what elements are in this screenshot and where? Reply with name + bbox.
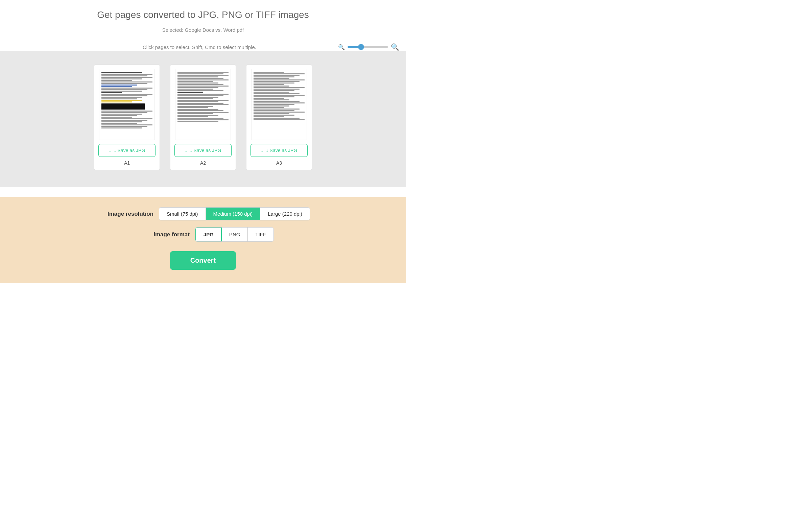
format-buttons: JPG PNG TIFF	[195, 227, 274, 242]
resolution-large-btn[interactable]: Large (220 dpi)	[260, 207, 310, 220]
page-label-a2: A2	[200, 160, 206, 166]
format-jpg-btn[interactable]: JPG	[196, 227, 222, 241]
page-card-a2[interactable]: ↓ ↓ Save as JPG A2	[170, 65, 236, 170]
selected-file-label: Selected: Google Docs vs. Word.pdf	[7, 27, 399, 33]
format-row: Image format JPG PNG TIFF	[132, 227, 274, 242]
save-jpg-btn-a1[interactable]: ↓ ↓ Save as JPG	[98, 144, 156, 157]
resolution-small-btn[interactable]: Small (75 dpi)	[159, 207, 206, 220]
resolution-row: Image resolution Small (75 dpi) Medium (…	[96, 207, 310, 220]
resolution-label: Image resolution	[96, 210, 154, 217]
hint-row: Click pages to select. Shift, Cmd to sel…	[0, 43, 406, 51]
divider	[0, 187, 406, 197]
page-card-a3[interactable]: ↓ ↓ Save as JPG A3	[246, 65, 312, 170]
resolution-buttons: Small (75 dpi) Medium (150 dpi) Large (2…	[159, 207, 310, 220]
download-icon-a2: ↓	[185, 148, 187, 153]
page-preview-a3	[251, 69, 307, 140]
save-jpg-btn-a2[interactable]: ↓ ↓ Save as JPG	[175, 144, 231, 157]
resolution-medium-btn[interactable]: Medium (150 dpi)	[206, 207, 261, 220]
zoom-in-icon[interactable]: 🔍	[391, 43, 399, 51]
zoom-slider[interactable]	[347, 46, 388, 48]
page-preview-a1	[99, 69, 155, 140]
page-title: Get pages converted to JPG, PNG or TIFF …	[7, 9, 399, 20]
page-preview-a2	[175, 69, 231, 140]
pages-area: ↓ ↓ Save as JPG A1	[0, 51, 406, 187]
bottom-panel: Image resolution Small (75 dpi) Medium (…	[0, 197, 406, 283]
save-jpg-btn-a3[interactable]: ↓ ↓ Save as JPG	[250, 144, 308, 157]
zoom-out-icon[interactable]: 🔍	[338, 44, 345, 51]
zoom-controls: 🔍 🔍	[338, 43, 399, 51]
page-card-a1[interactable]: ↓ ↓ Save as JPG A1	[94, 65, 160, 170]
page-header: Get pages converted to JPG, PNG or TIFF …	[0, 0, 406, 43]
hint-text: Click pages to select. Shift, Cmd to sel…	[61, 44, 338, 50]
page-label-a3: A3	[276, 160, 282, 166]
format-png-btn[interactable]: PNG	[222, 227, 248, 241]
page-label-a1: A1	[124, 160, 130, 166]
format-label: Image format	[132, 231, 190, 238]
convert-button[interactable]: Convert	[170, 251, 236, 270]
download-icon-a1: ↓	[109, 148, 111, 153]
download-icon-a3: ↓	[261, 148, 263, 153]
pages-grid: ↓ ↓ Save as JPG A1	[94, 65, 312, 170]
format-tiff-btn[interactable]: TIFF	[248, 227, 273, 241]
